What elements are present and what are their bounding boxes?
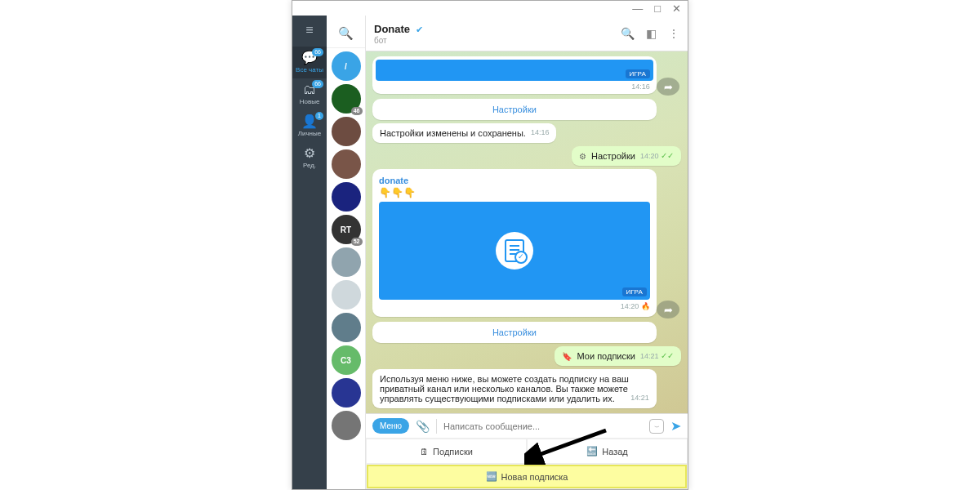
bot-message-card-top[interactable]: ИГРА 14:16 (372, 56, 657, 94)
chat-header: Donate ✔ бот 🔍 ◧ ⋮ (366, 16, 688, 51)
inline-button-settings[interactable]: Настройки (372, 99, 657, 120)
message-text: Настройки изменены и сохранены. (380, 128, 526, 138)
folder-new[interactable]: 🗂 66 Новые (292, 78, 327, 110)
badge: 66 (312, 80, 323, 88)
chat-avatar[interactable] (332, 117, 361, 146)
user-message[interactable]: ⚙ Настройки 14:20 ✓✓ (572, 146, 681, 166)
read-ticks-icon: ✓✓ (661, 151, 674, 160)
folder-sidebar: ≡ 💬 66 Все чаты 🗂 66 Новые 👤 1 Личные ⚙ … (292, 16, 327, 489)
chat-panel: Donate ✔ бот 🔍 ◧ ⋮ ИГРА 14:16 ➦ Настройк… (366, 16, 688, 489)
telegram-window: — □ ✕ ≡ 💬 66 Все чаты 🗂 66 Новые 👤 1 Лич… (292, 0, 688, 490)
card-emojis: 👇👇👇 (379, 187, 650, 198)
window-controls: — □ ✕ (292, 1, 688, 16)
search-icon[interactable]: 🔍 (338, 26, 354, 41)
game-tag: ИГРА (626, 69, 650, 78)
game-tag: ИГРА (622, 287, 647, 296)
chat-avatar-active[interactable]: / (332, 51, 361, 81)
card-banner: ИГРА (379, 202, 650, 300)
message-time: 14:20 (621, 302, 639, 310)
button-label: Новая подписка (501, 472, 568, 482)
search-in-chat-icon[interactable]: 🔍 (621, 27, 635, 40)
reply-keyboard: 🗓 Подписки 🔙 Назад 🆕 Новая подписка (366, 438, 688, 489)
emoji-picker-icon[interactable]: ⌣ (649, 419, 664, 434)
message-time: 14:21 (640, 352, 659, 360)
bot-message-card[interactable]: donate 👇👇👇 ИГРА 14:20 🔥 (372, 169, 657, 317)
hamburger-menu[interactable]: ≡ (292, 16, 327, 47)
folder-label: Личные (298, 130, 322, 137)
kb-new-subscription-button[interactable]: 🆕 Новая подписка (366, 464, 688, 489)
button-label: Подписки (433, 447, 473, 457)
card-title: donate (379, 176, 650, 185)
badge: 1 (315, 112, 323, 120)
bookmark-icon: 🔖 (562, 352, 572, 361)
back-icon: 🔙 (586, 446, 598, 457)
unread-badge: 52 (351, 238, 363, 246)
menu-button[interactable]: Меню (372, 418, 409, 434)
chat-avatar[interactable] (332, 149, 361, 179)
gear-icon: ⚙ (579, 152, 586, 161)
chat-avatar[interactable] (332, 378, 361, 408)
more-icon[interactable]: ⋮ (668, 27, 679, 40)
chat-avatar[interactable] (332, 313, 361, 342)
attach-icon[interactable]: 📎 (416, 420, 430, 433)
chat-title[interactable]: Donate (374, 23, 410, 35)
folder-all-chats[interactable]: 💬 66 Все чаты (292, 47, 327, 78)
calendar-icon: 🗓 (420, 447, 429, 457)
folder-label: Новые (300, 98, 320, 105)
messages-area[interactable]: ИГРА 14:16 ➦ Настройки Настройки изменен… (366, 51, 688, 413)
new-badge-icon: 🆕 (486, 471, 497, 482)
chat-avatar[interactable]: С3 (332, 345, 361, 375)
folder-personal[interactable]: 👤 1 Личные (292, 110, 327, 142)
send-button[interactable]: ➤ (670, 418, 681, 434)
folder-label: Ред. (303, 162, 316, 169)
forward-button[interactable]: ➦ (657, 78, 679, 96)
bot-message[interactable]: Настройки изменены и сохранены. 14:16 (372, 123, 556, 143)
document-check-icon (505, 239, 524, 262)
chat-avatar[interactable]: RT52 (332, 215, 361, 244)
message-text: Мои подписки (577, 351, 635, 361)
maximize-button[interactable]: □ (654, 2, 661, 15)
kb-subscriptions-button[interactable]: 🗓 Подписки (366, 439, 527, 464)
chat-avatar[interactable]: 46 (332, 84, 361, 114)
chat-subtitle: бот (374, 36, 609, 45)
message-time: 14:21 (630, 394, 649, 402)
chat-list: 🔍 /46RT52С3 (327, 16, 366, 489)
chat-avatar[interactable] (332, 182, 361, 212)
message-time: 14:16 (531, 128, 550, 136)
folder-label: Все чаты (296, 66, 323, 74)
chat-avatar[interactable] (332, 411, 361, 440)
read-ticks-icon: ✓✓ (661, 351, 674, 360)
message-time: 14:16 (631, 82, 650, 91)
bot-message[interactable]: Используя меню ниже, вы можете создать п… (372, 369, 657, 408)
message-input[interactable] (443, 421, 643, 431)
chat-avatar[interactable] (332, 247, 361, 277)
message-text: Настройки (591, 151, 635, 161)
folder-edit[interactable]: ⚙ Ред. (292, 142, 327, 174)
inline-button-settings[interactable]: Настройки (372, 322, 657, 343)
close-button[interactable]: ✕ (672, 2, 681, 15)
badge: 66 (312, 48, 323, 56)
forward-button[interactable]: ➦ (657, 301, 679, 318)
flame-icon: 🔥 (641, 302, 650, 310)
verified-icon: ✔ (416, 24, 423, 34)
button-label: Назад (602, 447, 628, 457)
message-time: 14:20 (640, 152, 659, 160)
sliders-icon: ⚙ (292, 147, 327, 160)
kb-back-button[interactable]: 🔙 Назад (527, 439, 688, 464)
unread-badge: 46 (351, 107, 363, 115)
chat-avatar[interactable] (332, 280, 361, 310)
sidebar-toggle-icon[interactable]: ◧ (646, 27, 657, 40)
user-message[interactable]: 🔖 Мои подписки 14:21 ✓✓ (555, 346, 681, 366)
message-text: Используя меню ниже, вы можете создать п… (380, 374, 629, 403)
message-input-bar: Меню 📎 ⌣ ➤ (366, 413, 688, 438)
minimize-button[interactable]: — (632, 2, 643, 15)
